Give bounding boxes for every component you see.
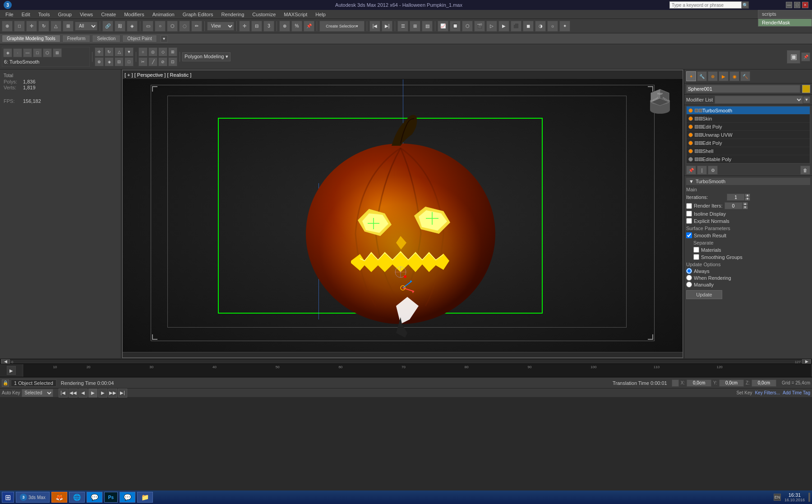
manipulate-btn[interactable]: ⊕ — [279, 21, 290, 32]
ts-manually-radio[interactable] — [686, 282, 692, 287]
lock-x-btn[interactable] — [672, 379, 679, 387]
taskbar-skype1[interactable]: 💬 — [87, 492, 102, 503]
sub-tb-chamfer-btn[interactable]: ◇ — [158, 47, 167, 56]
sub-tb-slice-btn[interactable]: ⊘ — [158, 57, 167, 66]
object-color-swatch[interactable] — [802, 85, 810, 93]
select-filter-btn[interactable]: ⊞ — [63, 21, 74, 32]
modifier-editpoly1[interactable]: Edit Poly — [687, 123, 810, 131]
modifier-list-arrow[interactable]: ▼ — [803, 96, 810, 103]
layer3-btn[interactable]: ▤ — [422, 21, 433, 32]
schematic-btn[interactable]: 🔲 — [450, 21, 461, 32]
maximize-button[interactable]: □ — [794, 2, 800, 8]
taskbar-lang[interactable]: EN — [774, 494, 781, 501]
ts-iterations-input[interactable] — [727, 194, 745, 201]
ts-render-iters-input[interactable] — [724, 202, 743, 209]
autokey-dropdown[interactable]: Selected — [22, 389, 53, 397]
ts-update-button[interactable]: Update — [686, 290, 722, 299]
menu-edit[interactable]: Edit — [18, 11, 34, 18]
object-name-input[interactable] — [686, 85, 800, 93]
graphite-menu-btn[interactable]: ▾ — [161, 35, 168, 42]
taskbar-clock[interactable]: 16:31 16.10.2016 — [784, 492, 805, 502]
modifier-shell[interactable]: Shell — [687, 147, 810, 155]
polygon-modeling-btn[interactable]: Polygon Modeling ▾ — [182, 52, 231, 61]
next-key-btn[interactable]: ▶| — [382, 21, 392, 32]
menu-create[interactable]: Create — [97, 11, 120, 18]
taskbar-filemanager[interactable]: 📁 — [137, 492, 153, 503]
material-editor-btn[interactable]: ⬡ — [462, 21, 473, 32]
rp-modify-icon[interactable]: 🔧 — [697, 71, 707, 81]
minimize-button[interactable]: — — [786, 2, 792, 8]
activeshade-btn[interactable]: ◑ — [535, 21, 546, 32]
graphite-tab-object-paint[interactable]: Object Paint — [122, 35, 157, 42]
taskbar-3dsmax[interactable]: 3 3ds Max — [16, 492, 50, 503]
ts-render-iters-down[interactable]: ▼ — [743, 206, 748, 209]
sub-tb-element-btn[interactable]: ⊞ — [53, 48, 62, 57]
unlink-btn[interactable]: ⛓ — [115, 21, 125, 32]
anim-end-btn[interactable]: ▶| — [118, 388, 127, 398]
sub-tb-connect-btn[interactable]: ⊞ — [168, 47, 177, 56]
sub-tb-cut-btn[interactable]: ✂ — [138, 57, 148, 66]
ts-section-header[interactable]: ▼ TurboSmooth — [686, 178, 810, 185]
mod-up-btn[interactable]: | — [697, 166, 707, 175]
sub-tb-select-btn[interactable]: ◈ — [3, 48, 12, 57]
ts-when-rendering-radio[interactable] — [686, 275, 692, 281]
menu-file[interactable]: File — [2, 11, 17, 18]
sub-tb-weld-btn[interactable]: ○ — [138, 47, 148, 56]
ts-explicit-normals-checkbox[interactable] — [686, 218, 692, 224]
taskbar-photoshop[interactable]: Ps — [104, 492, 118, 503]
anim-next-btn[interactable]: ▶▶ — [108, 388, 117, 398]
menu-maxscript[interactable]: MAXScript — [280, 11, 311, 18]
graphite-tab-modeling[interactable]: Graphite Modeling Tools — [2, 35, 60, 42]
anim-start-btn[interactable]: |◀ — [59, 388, 68, 398]
ts-smoothing-groups-checkbox[interactable] — [693, 254, 699, 260]
sub-tb-inset-btn[interactable]: ⊟ — [115, 57, 124, 66]
view-dropdown[interactable]: View — [207, 22, 234, 31]
sub-tb-bevel-btn[interactable]: ◈ — [105, 57, 114, 66]
mod-config-btn[interactable]: ⚙ — [708, 166, 718, 175]
menu-tools[interactable]: Tools — [35, 11, 54, 18]
sub-tb-outline-btn[interactable]: □ — [125, 57, 134, 66]
modifier-list-dropdown[interactable] — [715, 96, 803, 104]
rp-utilities-icon[interactable]: 🔨 — [740, 71, 750, 81]
timeline-right-btn[interactable]: ▶ — [802, 359, 811, 364]
menu-rendering[interactable]: Rendering — [218, 11, 248, 18]
ts-smooth-result-checkbox[interactable] — [686, 232, 692, 238]
menu-modifiers[interactable]: Modifiers — [120, 11, 148, 18]
ts-render-iters-checkbox[interactable] — [686, 203, 692, 209]
close-button[interactable]: ✕ — [802, 2, 808, 8]
sub-tb-pin-icon[interactable]: 📌 — [801, 52, 810, 61]
sub-tb-rotate-btn[interactable]: ↻ — [105, 47, 114, 56]
modifier-unwrap[interactable]: Unwrap UVW — [687, 131, 810, 139]
lasso-select-btn[interactable]: ◌ — [179, 21, 190, 32]
sub-tb-constraint-btn[interactable]: ⊡ — [168, 57, 177, 66]
percent-btn[interactable]: % — [291, 21, 302, 32]
select-lock-btn[interactable]: 🔒 — [2, 379, 9, 387]
graphite-tab-selection[interactable]: Selection — [92, 35, 120, 42]
effects-btn[interactable]: ✦ — [559, 21, 570, 32]
rp-create-icon[interactable]: ✦ — [686, 71, 696, 81]
link-btn[interactable]: 🔗 — [102, 21, 113, 32]
select-tool-btn[interactable]: ⊕ — [2, 21, 13, 32]
sub-tb-quickslice-btn[interactable]: ╱ — [148, 57, 157, 66]
bind-btn[interactable]: ◈ — [127, 21, 138, 32]
rotate-btn[interactable]: ↻ — [38, 21, 49, 32]
taskbar-skype2[interactable]: 💬 — [120, 492, 135, 503]
quick-render-btn[interactable]: ▶ — [498, 21, 509, 32]
sub-tb-collapse-btn[interactable]: ▼ — [125, 47, 134, 56]
align-btn[interactable]: ⊟ — [251, 21, 262, 32]
mod-pin-btn[interactable]: 📌 — [686, 166, 696, 175]
layer2-btn[interactable]: ⊞ — [410, 21, 420, 32]
taskbar-show-desktop[interactable] — [808, 493, 810, 502]
fence-select-btn[interactable]: ⬡ — [167, 21, 178, 32]
key-filters-label[interactable]: Key Filters... — [755, 390, 780, 395]
ts-always-radio[interactable] — [686, 268, 692, 274]
search-icon[interactable]: 🔍 — [742, 1, 749, 9]
rendermask-tab[interactable]: RenderMask — [758, 18, 812, 27]
scale-btn[interactable]: △ — [51, 21, 61, 32]
menu-customize[interactable]: Customize — [249, 11, 279, 18]
play-btn[interactable]: ▶ — [7, 366, 16, 375]
sub-tb-border-btn[interactable]: □ — [33, 48, 42, 57]
add-time-tag-label[interactable]: Add Time Tag — [783, 390, 810, 395]
layer-btn[interactable]: ☰ — [397, 21, 408, 32]
rp-motion-icon[interactable]: ▶ — [719, 71, 729, 81]
